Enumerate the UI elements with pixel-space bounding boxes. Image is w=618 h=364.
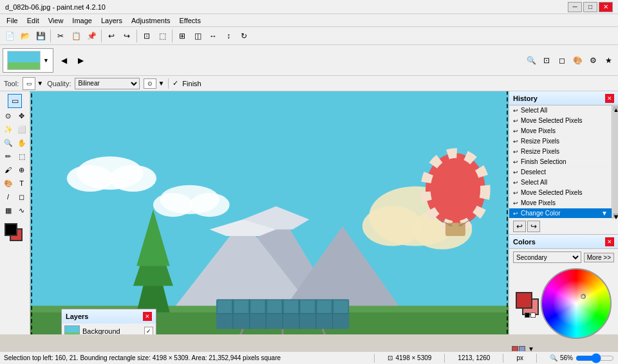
layer-row[interactable]: Background ✓ — [62, 323, 156, 334]
toolbar-icon-1[interactable]: 🔍 — [524, 53, 538, 68]
copy-button[interactable]: 📋 — [69, 29, 83, 43]
canvas-size-button[interactable]: ◫ — [191, 29, 205, 43]
history-item[interactable]: ↩ Select All — [509, 105, 612, 116]
save-button[interactable]: 💾 — [33, 29, 48, 43]
app-title: d_082b-06.jpg - paint.net 4.2.10 — [5, 3, 106, 11]
history-item[interactable]: ↩ Resize Pixels — [509, 136, 612, 147]
history-item[interactable]: ↩ Move Pixels — [509, 198, 612, 208]
color-wheel-wrapper[interactable] — [538, 266, 614, 341]
deselect-button[interactable]: ⊡ — [140, 29, 154, 43]
tool-eraser[interactable]: ⬚ — [15, 150, 28, 163]
toolbar-icon-6[interactable]: ★ — [601, 53, 615, 68]
history-item[interactable]: ↩ Resize Pixels — [509, 147, 612, 157]
tool-clone[interactable]: ⊕ — [15, 163, 28, 176]
history-item-label: Change Color — [521, 210, 561, 217]
next-tab-button[interactable]: ▶ — [74, 53, 88, 68]
undo-history-button[interactable]: ↩ — [513, 221, 526, 232]
tool-zoom[interactable]: 🔍 — [2, 136, 15, 149]
tool-dropdown-arrow[interactable]: ▼ — [37, 80, 43, 87]
primary-color-swatch[interactable] — [5, 223, 17, 236]
tool-rectangle-select[interactable]: ▭ — [8, 94, 22, 108]
flip-h-button[interactable]: ↔ — [206, 29, 220, 43]
zoom-section: 🔍 56% — [550, 354, 614, 362]
main-toolbar: 📄 📂 💾 ✂ 📋 📌 ↩ ↪ ⊡ ⬚ ⊞ ◫ ↔ ↕ ↻ — [0, 27, 618, 45]
menu-layers[interactable]: Layers — [97, 15, 126, 26]
close-button[interactable]: ✕ — [599, 2, 613, 12]
zoom-level: 56% — [560, 354, 573, 361]
tool-gradient[interactable]: ▦ — [2, 204, 15, 217]
flip-v-button[interactable]: ↕ — [221, 29, 236, 43]
tool-pencil[interactable]: ✏ — [2, 150, 15, 163]
prev-tab-button[interactable]: ◀ — [57, 53, 71, 68]
toolbar-icon-5[interactable]: ⚙ — [586, 53, 600, 68]
toolbar-icon-4[interactable]: 🎨 — [570, 53, 585, 68]
menu-file[interactable]: File — [3, 15, 22, 26]
history-item[interactable]: ↩ Finish Selection — [509, 157, 612, 167]
quality-select[interactable]: Bilinear Nearest Neighbor Bicubic — [75, 78, 140, 89]
history-close-button[interactable]: ✕ — [605, 94, 614, 103]
history-scrollbar[interactable]: ▲ ▼ — [612, 105, 618, 219]
cut-button[interactable]: ✂ — [53, 29, 68, 43]
menu-edit[interactable]: Edit — [23, 15, 43, 26]
history-item[interactable]: ↩ Move Selected Pixels — [509, 188, 612, 198]
tool-lasso[interactable]: ⊙ — [2, 109, 15, 122]
paste-button[interactable]: 📌 — [84, 29, 98, 43]
tool-unknown[interactable]: ∿ — [15, 204, 28, 217]
history-list: ↩ Select All ↩ Move Selected Pixels ↩ Mo… — [509, 105, 612, 219]
menu-image[interactable]: Image — [68, 15, 96, 26]
tool-text[interactable]: T — [15, 177, 28, 190]
history-item[interactable]: ↩ Deselect — [509, 167, 612, 177]
tool-shapes[interactable]: ◻ — [15, 190, 28, 203]
undo-button[interactable]: ↩ — [104, 29, 118, 43]
layer-visibility-checkbox[interactable]: ✓ — [144, 327, 153, 334]
black-dot[interactable] — [525, 313, 530, 318]
history-item-label: Move Selected Pixels — [521, 189, 583, 196]
more-colors-button[interactable]: More >> — [584, 253, 614, 262]
resize-button[interactable]: ⊞ — [175, 29, 189, 43]
colors-close-button[interactable]: ✕ — [605, 237, 614, 246]
menu-effects[interactable]: Effects — [176, 15, 205, 26]
tool-line[interactable]: / — [2, 190, 15, 203]
tool-paintbucket[interactable]: ⬜ — [15, 123, 28, 136]
open-button[interactable]: 📂 — [18, 29, 32, 43]
history-item[interactable]: ↩ Select All — [509, 177, 612, 188]
scroll-down-button[interactable]: ▼ — [613, 213, 618, 218]
cursor-coords: 1213, 1260 — [458, 354, 490, 361]
toolbar-separator-4 — [172, 30, 173, 42]
menu-adjustments[interactable]: Adjustments — [127, 15, 174, 26]
tool-brush[interactable]: 🖌 — [2, 163, 15, 176]
history-item[interactable]: ↩ Move Pixels — [509, 126, 612, 136]
white-dot[interactable] — [530, 313, 536, 318]
primary-color-large-swatch[interactable] — [516, 292, 532, 309]
history-footer: ↩ ↪ — [509, 219, 618, 234]
color-wheel[interactable] — [541, 268, 612, 339]
toolbar-icon-3[interactable]: ◻ — [555, 53, 569, 68]
invert-select-button[interactable]: ⬚ — [155, 29, 169, 43]
menu-view[interactable]: View — [44, 15, 68, 26]
tool-move[interactable]: ✥ — [15, 109, 28, 122]
redo-button[interactable]: ↪ — [120, 29, 134, 43]
canvas-area[interactable]: Layers ✕ Background ✓ + 🗑 ⧉ ⬇ ▲ ▼ ⚙ — [30, 91, 509, 334]
tool-pan[interactable]: ✋ — [15, 136, 28, 149]
tool-recolor[interactable]: 🎨 — [2, 177, 15, 190]
color-mode-select[interactable]: Secondary Primary — [513, 251, 581, 263]
rotate-90-button[interactable]: ↻ — [237, 29, 251, 43]
dimensions-icon: ⊡ — [388, 354, 393, 361]
minimize-button[interactable]: ─ — [568, 2, 582, 12]
tool-magic-wand[interactable]: ✨ — [2, 123, 15, 136]
toolbar-icon-2[interactable]: ⊡ — [539, 53, 554, 68]
image-tab[interactable]: ▼ — [3, 48, 53, 73]
history-item-active[interactable]: ↩ Change Color ▼ — [509, 208, 612, 219]
maximize-button[interactable]: □ — [583, 2, 597, 12]
blend-dropdown-arrow[interactable]: ▼ — [158, 80, 164, 87]
redo-history-button[interactable]: ↪ — [527, 221, 540, 232]
history-item[interactable]: ↩ Move Selected Pixels — [509, 116, 612, 126]
layers-close-button[interactable]: ✕ — [143, 312, 152, 321]
history-item-label: Move Pixels — [521, 199, 556, 206]
new-button[interactable]: 📄 — [3, 29, 17, 43]
zoom-slider[interactable] — [576, 354, 614, 362]
tab-dropdown-arrow[interactable]: ▼ — [43, 57, 49, 64]
history-item-label: Select All — [521, 179, 547, 186]
scroll-up-button[interactable]: ▲ — [613, 106, 618, 111]
finish-label[interactable]: Finish — [182, 80, 201, 87]
